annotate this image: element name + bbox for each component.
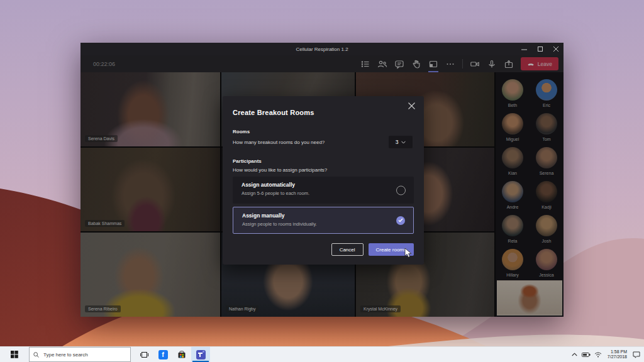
- clock-time: 1:58 PM: [611, 349, 627, 355]
- participants-section-label: Participants: [233, 158, 262, 164]
- window-titlebar: Cellular Respiration 1.2: [80, 43, 564, 55]
- start-button[interactable]: [0, 347, 29, 362]
- tray-show-hidden-icons-button[interactable]: [569, 347, 580, 362]
- microsoft-store-button[interactable]: [172, 347, 191, 362]
- radio-checked-icon[interactable]: [396, 216, 405, 225]
- window-title: Cellular Respiration 1.2: [80, 47, 564, 52]
- clock-date: 7/27/2018: [608, 354, 627, 360]
- wifi-icon: [594, 352, 602, 358]
- desktop: { "colors": { "teams_accent": "#6264a7",…: [0, 0, 644, 362]
- create-rooms-button[interactable]: Create rooms: [369, 243, 414, 256]
- rooms-question: How many breakout rooms do you need?: [233, 140, 325, 145]
- rooms-section-label: Rooms: [233, 129, 250, 134]
- action-center-button[interactable]: [630, 347, 642, 362]
- taskbar-search[interactable]: [29, 347, 131, 362]
- battery-status-button[interactable]: [580, 347, 592, 362]
- dialog-actions: Cancel Create rooms: [331, 243, 414, 256]
- facebook-app-button[interactable]: f: [153, 347, 172, 362]
- store-icon: [177, 350, 186, 359]
- dialog-title: Create Breakout Rooms: [233, 109, 314, 116]
- close-dialog-icon[interactable]: [408, 102, 416, 111]
- task-view-icon: [140, 351, 148, 359]
- action-center-icon: [633, 351, 640, 358]
- cancel-button[interactable]: Cancel: [331, 243, 364, 256]
- battery-icon: [582, 352, 591, 358]
- windows-taskbar: f 1:: [0, 346, 644, 362]
- room-count-dropdown[interactable]: 3: [389, 136, 413, 148]
- assign-manually-option[interactable]: Assign manually Assign people to rooms i…: [233, 207, 414, 234]
- task-view-button[interactable]: [135, 347, 153, 362]
- taskbar-clock[interactable]: 1:58 PM 7/27/2018: [604, 347, 630, 362]
- minimize-button[interactable]: [516, 43, 532, 55]
- network-status-button[interactable]: [592, 347, 604, 362]
- create-breakout-rooms-dialog: Create Breakout Rooms Rooms How many bre…: [223, 96, 424, 265]
- option-subtitle: Assign 5-6 people to each room.: [242, 190, 309, 196]
- search-input[interactable]: [42, 351, 126, 358]
- facebook-icon: f: [158, 350, 168, 359]
- window-controls: [516, 43, 564, 55]
- radio-unchecked-icon[interactable]: [396, 185, 406, 195]
- chevron-up-icon: [572, 353, 577, 356]
- option-title: Assign automatically: [242, 182, 295, 188]
- teams-icon: [196, 350, 206, 359]
- teams-app-button[interactable]: [191, 347, 210, 362]
- assign-automatically-option[interactable]: Assign automatically Assign 5-6 people t…: [233, 177, 414, 204]
- option-subtitle: Assign people to rooms individually.: [242, 221, 317, 227]
- windows-logo-icon: [11, 351, 18, 358]
- maximize-button[interactable]: [532, 43, 548, 55]
- search-icon: [33, 352, 39, 358]
- close-window-button[interactable]: [548, 43, 564, 55]
- chevron-down-icon: [401, 141, 406, 144]
- participants-question: How would you like to assign participant…: [233, 167, 327, 173]
- option-title: Assign manually: [242, 212, 285, 219]
- room-count-value: 3: [396, 139, 399, 145]
